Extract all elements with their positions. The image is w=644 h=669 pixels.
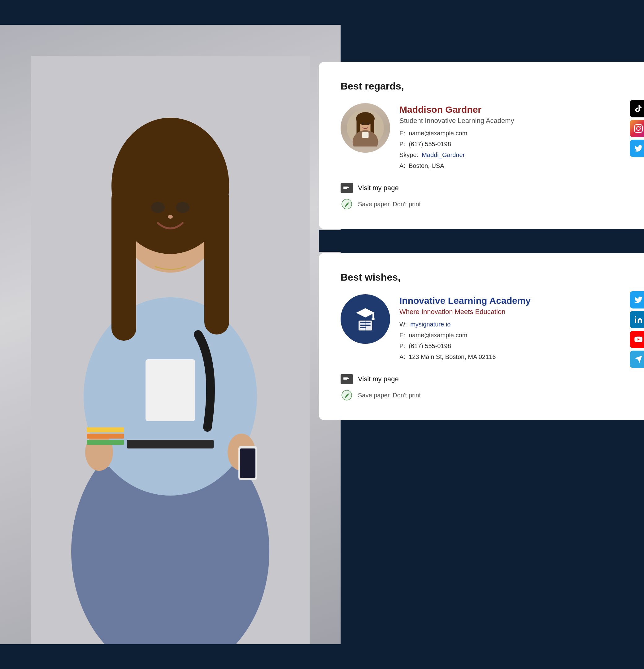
website-label-2: W:	[399, 321, 407, 328]
website-value-2: mysignature.io	[410, 321, 450, 328]
svg-rect-3	[145, 359, 195, 421]
student-photo-area	[0, 25, 341, 644]
svg-rect-4	[127, 440, 214, 449]
svg-rect-19	[87, 433, 124, 439]
address-value-2: 123 Main St, Boston, MA 02116	[409, 353, 496, 360]
sig-body-1: Maddison Gardner Student Innovative Lear…	[341, 103, 622, 172]
org-tagline-2: Where Innovation Meets Education	[399, 308, 622, 316]
svg-rect-15	[240, 449, 255, 478]
youtube-icon[interactable]	[630, 331, 644, 348]
svg-rect-18	[87, 427, 124, 432]
org-name-2: Innovative Learning Academy	[399, 296, 622, 306]
svg-rect-31	[343, 186, 348, 186]
visit-page-2[interactable]: Visit my page	[341, 374, 622, 384]
contact-phone-1: P: (617) 555-0198	[399, 139, 622, 149]
contact-address-1: A: Boston, USA	[399, 161, 622, 170]
contact-website-2: W: mysignature.io	[399, 319, 622, 329]
leaf-icon-1	[341, 198, 353, 210]
contact-phone-2: P: (617) 555-0198	[399, 341, 622, 351]
instagram-icon[interactable]	[630, 120, 644, 137]
telegram-icon[interactable]	[630, 351, 644, 368]
svg-rect-42	[365, 321, 366, 330]
contact-email-2: E: name@example.com	[399, 330, 622, 340]
email-label-1: E:	[399, 130, 405, 137]
student-photo	[0, 25, 341, 644]
contact-email-1: E: name@example.com	[399, 129, 622, 138]
svg-point-41	[372, 318, 375, 320]
contact-skype-1: Skype: Maddi_Gardner	[399, 150, 622, 159]
person-title-1: Student Innovative Learning Academy	[399, 117, 622, 125]
linkedin-icon[interactable]	[630, 311, 644, 328]
visit-page-1[interactable]: Visit my page	[341, 183, 622, 193]
svg-rect-40	[372, 313, 374, 318]
save-paper-label-2: Save paper. Don't print	[358, 392, 421, 399]
phone-value-2: (617) 555-0198	[409, 343, 451, 350]
save-paper-1: Save paper. Don't print	[341, 198, 622, 210]
page-icon-2	[341, 374, 353, 384]
svg-rect-45	[342, 376, 351, 383]
avatar-2	[341, 294, 390, 344]
leaf-icon-2	[341, 389, 353, 401]
svg-rect-30	[342, 185, 351, 191]
phone-value-1: (617) 555-0198	[409, 141, 451, 147]
twitter-icon-1[interactable]	[630, 140, 644, 157]
save-paper-label-1: Save paper. Don't print	[358, 201, 421, 208]
email-value-2: name@example.com	[409, 332, 467, 339]
svg-marker-39	[356, 308, 375, 317]
bottom-links-1: Visit my page Save paper. Don't print	[341, 183, 622, 210]
svg-point-9	[151, 202, 165, 213]
svg-point-27	[367, 123, 369, 125]
svg-point-10	[176, 202, 189, 213]
avatar-1	[341, 103, 390, 153]
svg-rect-46	[343, 377, 348, 378]
contact-address-2: A: 123 Main St, Boston, MA 02116	[399, 352, 622, 361]
signature-card-2: Best wishes,	[319, 253, 644, 420]
divider-bar	[319, 230, 644, 252]
skype-label-1: Skype:	[399, 152, 418, 158]
svg-point-43	[635, 316, 636, 317]
social-sidebar-2	[630, 291, 644, 368]
address-label-1: A:	[399, 162, 405, 169]
phone-label-2: P:	[399, 343, 405, 350]
svg-rect-8	[204, 186, 229, 334]
tiktok-icon[interactable]	[630, 100, 644, 117]
social-sidebar-1	[630, 100, 644, 157]
page-icon-1	[341, 183, 353, 193]
avatar-person-1	[341, 103, 390, 153]
bottom-links-2: Visit my page Save paper. Don't print	[341, 374, 622, 401]
email-label-2: E:	[399, 332, 405, 339]
address-value-1: Boston, USA	[409, 162, 444, 169]
signature-card-1: Best regards,	[319, 62, 644, 229]
save-paper-2: Save paper. Don't print	[341, 389, 622, 401]
svg-point-26	[361, 123, 364, 125]
info-block-2: Innovative Learning Academy Where Innova…	[399, 294, 622, 363]
visit-page-label-1: Visit my page	[358, 184, 399, 192]
svg-rect-20	[87, 440, 124, 445]
visit-page-label-2: Visit my page	[358, 375, 399, 383]
svg-rect-48	[343, 380, 347, 380]
info-block-1: Maddison Gardner Student Innovative Lear…	[399, 103, 622, 172]
person-name-1: Maddison Gardner	[399, 104, 622, 115]
email-value-1: name@example.com	[409, 130, 467, 137]
phone-label-1: P:	[399, 141, 405, 147]
greeting-2: Best wishes,	[341, 272, 622, 283]
svg-point-17	[85, 433, 113, 471]
twitter-icon-2[interactable]	[630, 291, 644, 309]
svg-rect-7	[112, 186, 136, 341]
svg-point-11	[168, 215, 173, 219]
svg-rect-47	[343, 378, 349, 379]
svg-rect-33	[343, 188, 347, 189]
address-label-2: A:	[399, 353, 405, 360]
svg-rect-29	[362, 132, 369, 138]
greeting-1: Best regards,	[341, 81, 622, 92]
sig-body-2: Innovative Learning Academy Where Innova…	[341, 294, 622, 363]
signature-cards-area: Best regards,	[319, 62, 644, 420]
skype-value-1: Maddi_Gardner	[422, 152, 465, 158]
svg-rect-32	[343, 187, 349, 188]
